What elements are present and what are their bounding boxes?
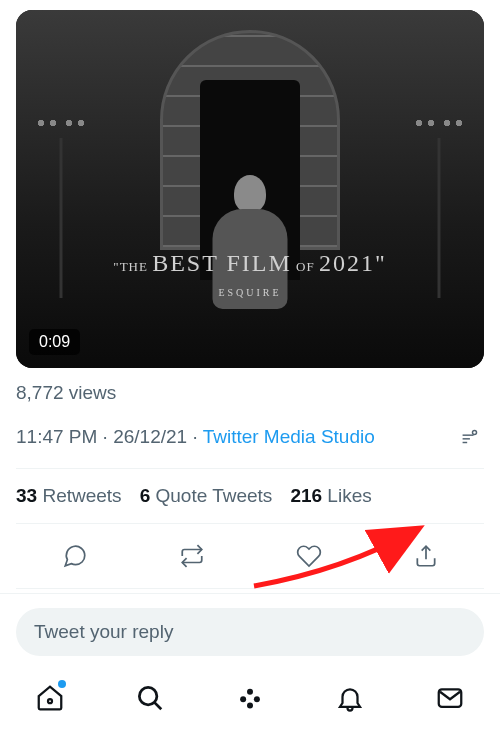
quote-tweets-stat[interactable]: 6 Quote Tweets <box>140 485 273 507</box>
video-player[interactable]: "THE BEST FILM OF 2021" ESQUIRE 0:09 <box>16 10 484 368</box>
likes-stat[interactable]: 216 Likes <box>290 485 371 507</box>
share-icon <box>413 543 439 569</box>
nav-home[interactable] <box>35 683 65 713</box>
tweet-actions <box>16 524 484 588</box>
video-quote-source: ESQUIRE <box>16 287 484 298</box>
view-count[interactable]: 8,772 views <box>16 382 484 404</box>
share-button[interactable] <box>406 536 446 576</box>
retweets-stat[interactable]: 33 Retweets <box>16 485 122 507</box>
svg-line-7 <box>154 702 161 709</box>
svg-point-8 <box>247 689 253 695</box>
nav-search[interactable] <box>135 683 165 713</box>
bottom-nav <box>0 667 500 729</box>
tweet-date: 26/12/21 <box>113 426 187 447</box>
like-button[interactable] <box>289 536 329 576</box>
retweet-button[interactable] <box>172 536 212 576</box>
mail-icon <box>435 683 465 713</box>
video-quote-prefix: "THE <box>113 259 148 274</box>
divider <box>16 588 484 589</box>
svg-point-5 <box>48 699 52 703</box>
nav-spaces[interactable] <box>235 683 265 713</box>
video-duration-badge: 0:09 <box>29 329 80 355</box>
retweet-icon <box>179 543 205 569</box>
spaces-icon <box>235 683 265 713</box>
svg-point-10 <box>254 696 260 702</box>
notification-dot <box>58 680 66 688</box>
heart-icon <box>296 543 322 569</box>
video-thumbnail: "THE BEST FILM OF 2021" ESQUIRE <box>16 10 484 368</box>
reply-input[interactable]: Tweet your reply <box>16 608 484 656</box>
bell-icon <box>335 683 365 713</box>
tweet-time: 11:47 PM <box>16 426 97 447</box>
divider <box>0 593 500 594</box>
reply-placeholder: Tweet your reply <box>34 621 173 642</box>
svg-point-3 <box>472 430 476 434</box>
svg-point-11 <box>247 703 253 709</box>
search-icon <box>135 683 165 713</box>
reply-icon <box>62 543 88 569</box>
analytics-icon[interactable] <box>454 422 484 452</box>
tweet-source-link[interactable]: Twitter Media Studio <box>203 426 375 447</box>
video-quote-main: BEST FILM <box>152 250 292 276</box>
nav-messages[interactable] <box>435 683 465 713</box>
video-quote-year: 2021" <box>319 250 387 276</box>
tweet-stats: 33 Retweets 6 Quote Tweets 216 Likes <box>16 469 484 523</box>
svg-point-6 <box>139 687 157 705</box>
reply-button[interactable] <box>55 536 95 576</box>
video-quote-of: OF <box>296 259 315 274</box>
svg-point-9 <box>240 696 246 702</box>
nav-notifications[interactable] <box>335 683 365 713</box>
timestamp[interactable]: 11:47 PM · 26/12/21 · Twitter Media Stud… <box>16 426 375 448</box>
